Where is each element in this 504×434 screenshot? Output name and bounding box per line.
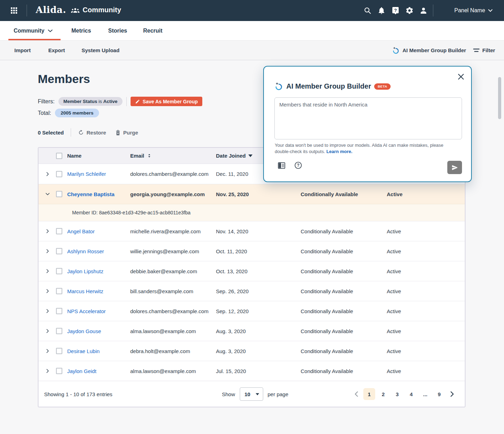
member-name-link[interactable]: Marilyn Schleifer (67, 171, 130, 177)
chevron-right-icon (45, 172, 50, 177)
member-name-link[interactable]: Angel Bator (67, 228, 130, 234)
row-checkbox[interactable] (56, 328, 62, 334)
member-email: dolores.chambers@example.com (130, 308, 216, 314)
row-expand-chevron[interactable] (43, 367, 52, 375)
table-row[interactable]: Angel Bator michelle.rivera@example.com … (38, 221, 465, 241)
row-expand-chevron[interactable] (43, 327, 52, 335)
filter-chip[interactable]: Member Status is Active (58, 97, 122, 106)
table-footer: Showing 1 - 10 of 173 entries Show 10 pe… (38, 381, 465, 407)
close-icon[interactable] (456, 72, 465, 81)
settings-icon[interactable] (405, 6, 414, 15)
expanded-member-detail: Member ID: 8ae63348-e1d3-429e-ac15-acb80… (38, 204, 465, 221)
member-name-link[interactable]: Jaylon Geidt (67, 368, 130, 374)
member-name-link[interactable]: Ashlynn Rosser (67, 248, 130, 254)
button-label: AI Member Group Builder (402, 47, 466, 53)
member-name-link[interactable]: Jaydon Gouse (67, 328, 130, 334)
member-name-link[interactable]: Marcus Herwitz (67, 288, 130, 294)
member-availability: Conditionally Available (301, 288, 387, 294)
row-expand-chevron[interactable] (43, 307, 52, 315)
row-expand-chevron[interactable] (43, 347, 52, 355)
table-row[interactable]: Cheyenne Baptista georgia.young@example.… (38, 184, 465, 204)
page-title: Members (38, 72, 90, 86)
row-expand-chevron[interactable] (43, 227, 52, 235)
table-row[interactable]: Jaylon Lipshutz debbie.baker@example.com… (38, 261, 465, 281)
ai-disclaimer: Your data won't be used to improve our m… (275, 142, 450, 155)
account-icon[interactable] (419, 6, 428, 15)
purge-button[interactable]: Purge (115, 130, 138, 136)
table-row[interactable]: Jaylon Geidt alma.lawson@example.com Jul… (38, 361, 465, 381)
row-expand-chevron[interactable] (43, 190, 52, 198)
column-header-email[interactable]: Email (130, 153, 216, 159)
help-icon[interactable]: ? (391, 6, 400, 15)
row-checkbox[interactable] (56, 268, 62, 274)
row-checkbox[interactable] (56, 248, 62, 254)
table-row[interactable]: Ashlynn Rosser willie.jennings@example.c… (38, 241, 465, 261)
column-header-name[interactable]: Name (67, 153, 130, 159)
table-row[interactable]: Jaydon Gouse alma.lawson@example.com Aug… (38, 321, 465, 341)
ai-prompt-input[interactable] (274, 97, 462, 139)
help-circle-icon[interactable]: ? (294, 161, 302, 170)
restore-button[interactable]: Restore (78, 130, 106, 136)
tab-recruit[interactable]: Recruit (143, 21, 162, 40)
notifications-icon[interactable] (377, 6, 386, 15)
member-name-link[interactable]: Cheyenne Baptista (67, 191, 130, 197)
ai-member-group-builder-button[interactable]: AI Member Group Builder (392, 41, 466, 60)
alida-logo[interactable]: Alida. (36, 5, 66, 15)
select-all-checkbox[interactable] (56, 153, 62, 159)
tab-community[interactable]: Community (14, 21, 52, 40)
top-bar: Alida. Community ? Panel Name (0, 0, 504, 21)
button-label: Purge (123, 130, 138, 136)
page-size-select[interactable]: 10 (240, 387, 263, 401)
divider (433, 5, 433, 16)
page-button[interactable]: 4 (405, 388, 417, 400)
table-row[interactable]: NPS Accelerator dolores.chambers@example… (38, 301, 465, 321)
row-expand-chevron[interactable] (43, 267, 52, 275)
button-label: Export (48, 47, 65, 53)
table-row[interactable]: Marcus Herwitz bill.sanders@example.com … (38, 281, 465, 301)
ai-sparkle-icon (274, 82, 283, 91)
row-expand-chevron[interactable] (43, 170, 52, 178)
row-checkbox[interactable] (56, 228, 62, 234)
tab-metrics[interactable]: Metrics (71, 21, 91, 40)
app-grid-icon[interactable] (10, 6, 18, 15)
vertical-scrollbar-thumb[interactable] (498, 77, 501, 119)
search-icon[interactable] (363, 6, 372, 15)
row-expand-chevron[interactable] (43, 247, 52, 255)
row-checkbox[interactable] (56, 368, 62, 374)
send-button[interactable] (447, 161, 462, 174)
total-label: Total: (38, 110, 51, 116)
member-status: Active (387, 248, 465, 254)
member-name-link[interactable]: NPS Accelerator (67, 308, 130, 314)
page-button[interactable]: 9 (433, 388, 445, 400)
panel-selector[interactable]: Panel Name (454, 0, 492, 21)
member-date-joined: Jul. 15, 2020 (216, 368, 301, 374)
row-checkbox[interactable] (56, 308, 62, 314)
member-name-link[interactable]: Desirae Lubin (67, 348, 130, 354)
filter-icon (473, 48, 479, 53)
page-button[interactable]: 2 (377, 388, 389, 400)
learn-more-link[interactable]: Learn more. (326, 149, 352, 154)
system-upload-button[interactable]: System Upload (82, 41, 119, 60)
chevron-down-icon (45, 192, 50, 197)
active-tab-underline (8, 39, 61, 40)
row-checkbox[interactable] (56, 191, 62, 197)
page-button[interactable]: 3 (391, 388, 403, 400)
member-name-link[interactable]: Jaylon Lipshutz (67, 268, 130, 274)
table-row[interactable]: Desirae Lubin debra.holt@example.com Aug… (38, 341, 465, 361)
export-button[interactable]: Export (48, 41, 65, 60)
row-checkbox[interactable] (56, 348, 62, 354)
reader-guide-icon[interactable] (277, 161, 286, 170)
member-email: alma.lawson@example.com (130, 328, 216, 334)
page-button[interactable]: 1 (363, 388, 375, 400)
filters-row: Filters: Member Status is Active Save As… (38, 97, 202, 106)
member-date-joined: Nov. 25, 2020 (216, 191, 301, 197)
row-expand-chevron[interactable] (43, 287, 52, 295)
filter-button[interactable]: Filter (473, 41, 495, 60)
row-checkbox[interactable] (56, 288, 62, 294)
next-page-button[interactable] (447, 388, 457, 400)
import-button[interactable]: Import (14, 41, 31, 60)
previous-page-button[interactable] (351, 388, 361, 400)
save-as-member-group-button[interactable]: Save As Member Group (131, 97, 202, 106)
tab-stories[interactable]: Stories (108, 21, 127, 40)
row-checkbox[interactable] (56, 171, 62, 177)
